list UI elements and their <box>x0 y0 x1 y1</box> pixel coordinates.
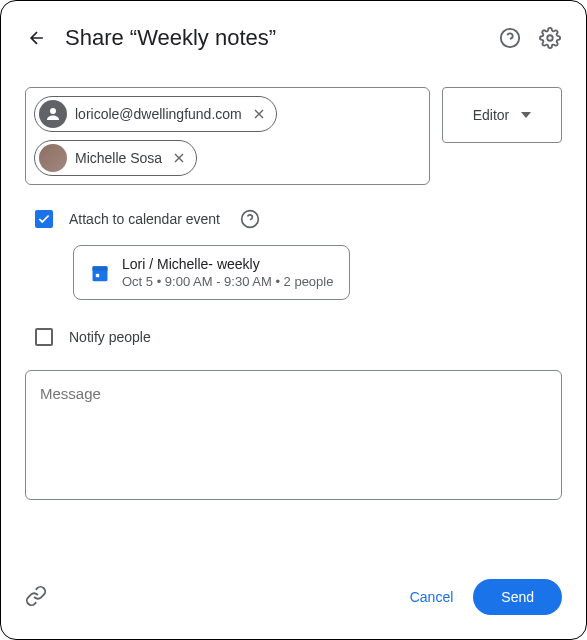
help-button[interactable] <box>498 26 522 50</box>
recipient-chip[interactable]: Michelle Sosa <box>34 140 197 176</box>
copy-link-button[interactable] <box>25 585 49 609</box>
arrow-left-icon <box>27 28 47 48</box>
help-circle-icon <box>240 209 260 229</box>
event-title: Lori / Michelle- weekly <box>122 256 333 272</box>
svg-point-3 <box>50 108 56 114</box>
notify-people-label: Notify people <box>69 329 151 345</box>
chip-remove-button[interactable] <box>250 105 268 123</box>
event-details: Oct 5 • 9:00 AM - 9:30 AM • 2 people <box>122 274 333 289</box>
close-icon <box>171 150 187 166</box>
calendar-icon <box>90 263 110 283</box>
link-icon <box>25 585 47 607</box>
chip-remove-button[interactable] <box>170 149 188 167</box>
recipient-chip[interactable]: loricole@dwellingfund.com <box>34 96 277 132</box>
attach-event-checkbox[interactable] <box>35 210 53 228</box>
role-label: Editor <box>473 107 510 123</box>
help-circle-icon <box>499 27 521 49</box>
gear-icon <box>539 27 561 49</box>
svg-rect-8 <box>96 273 99 276</box>
role-dropdown[interactable]: Editor <box>442 87 562 143</box>
attach-event-label: Attach to calendar event <box>69 211 220 227</box>
calendar-event-card[interactable]: Lori / Michelle- weekly Oct 5 • 9:00 AM … <box>73 245 350 300</box>
check-icon <box>37 212 51 226</box>
svg-point-2 <box>547 35 553 41</box>
dialog-header: Share “Weekly notes” <box>25 25 562 51</box>
recipients-input[interactable]: loricole@dwellingfund.com Michelle Sosa <box>25 87 430 185</box>
send-button[interactable]: Send <box>473 579 562 615</box>
svg-rect-7 <box>93 266 108 270</box>
message-input[interactable] <box>25 370 562 500</box>
close-icon <box>251 106 267 122</box>
attach-event-help[interactable] <box>240 209 260 229</box>
settings-button[interactable] <box>538 26 562 50</box>
chip-label: loricole@dwellingfund.com <box>75 106 242 122</box>
back-button[interactable] <box>25 26 49 50</box>
dialog-title: Share “Weekly notes” <box>65 25 482 51</box>
notify-people-checkbox[interactable] <box>35 328 53 346</box>
cancel-button[interactable]: Cancel <box>390 579 474 615</box>
chevron-down-icon <box>521 112 531 118</box>
avatar-photo <box>39 144 67 172</box>
avatar-default-icon <box>39 100 67 128</box>
chip-label: Michelle Sosa <box>75 150 162 166</box>
